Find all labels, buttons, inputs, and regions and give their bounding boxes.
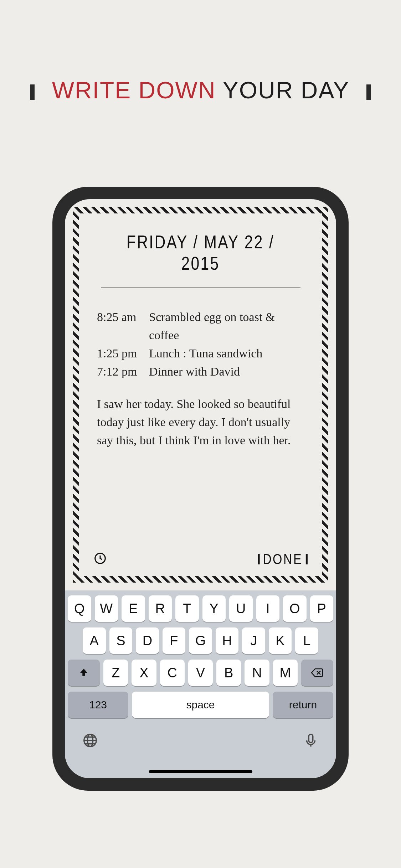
journal-area: FRIDAY / MAY 22 / 2015 8:25 am Scrambled… [65, 199, 336, 590]
entry-text: Scrambled egg on toast & coffee [149, 308, 304, 344]
key-v[interactable]: V [188, 660, 213, 686]
globe-icon[interactable] [82, 732, 98, 750]
phone-frame: FRIDAY / MAY 22 / 2015 8:25 am Scrambled… [52, 187, 349, 791]
key-e[interactable]: E [122, 595, 145, 622]
keyboard-row-1: Q W E R T Y U I O P [68, 595, 333, 622]
keyboard: Q W E R T Y U I O P A S D F G [65, 590, 336, 778]
key-w[interactable]: W [95, 595, 118, 622]
keyboard-row-4: 123 space return [68, 692, 333, 718]
key-n[interactable]: N [245, 660, 269, 686]
entry-text: Lunch : Tuna sandwich [149, 344, 262, 362]
done-label: DONE [263, 551, 303, 567]
journal-entries: 8:25 am Scrambled egg on toast & coffee … [93, 308, 308, 381]
journal-date: FRIDAY / MAY 22 / 2015 [113, 231, 288, 274]
key-l[interactable]: L [295, 627, 318, 654]
key-h[interactable]: H [216, 627, 239, 654]
key-space[interactable]: space [132, 692, 269, 718]
clock-icon[interactable] [93, 552, 107, 567]
key-q[interactable]: Q [68, 595, 91, 622]
key-o[interactable]: O [283, 595, 307, 622]
headline-bar-left [30, 84, 35, 100]
done-button[interactable]: DONE [258, 551, 308, 567]
key-x[interactable]: X [132, 660, 156, 686]
key-backspace[interactable] [301, 660, 333, 686]
key-c[interactable]: C [160, 660, 185, 686]
journal-paper[interactable]: FRIDAY / MAY 22 / 2015 8:25 am Scrambled… [79, 213, 322, 576]
key-y[interactable]: Y [202, 595, 226, 622]
key-z[interactable]: Z [103, 660, 128, 686]
shift-icon [78, 667, 89, 678]
key-return[interactable]: return [273, 692, 333, 718]
entry-time: 8:25 am [97, 308, 143, 344]
keyboard-row-3: Z X C V B N M [68, 660, 333, 686]
key-j[interactable]: J [242, 627, 265, 654]
journal-entry: 7:12 pm Dinner with David [97, 362, 304, 381]
journal-entry: 8:25 am Scrambled egg on toast & coffee [97, 308, 304, 344]
journal-rule [101, 288, 300, 288]
key-r[interactable]: R [149, 595, 172, 622]
marketing-headline: WRITE DOWN YOUR DAY [0, 77, 401, 104]
phone-screen: FRIDAY / MAY 22 / 2015 8:25 am Scrambled… [65, 199, 336, 778]
journal-entry: 1:25 pm Lunch : Tuna sandwich [97, 344, 304, 362]
key-f[interactable]: F [163, 627, 186, 654]
headline-red: WRITE DOWN [52, 77, 216, 103]
key-p[interactable]: P [310, 595, 334, 622]
key-s[interactable]: S [109, 627, 133, 654]
entry-text: Dinner with David [149, 362, 240, 381]
entry-time: 7:12 pm [97, 362, 143, 381]
key-numbers[interactable]: 123 [68, 692, 128, 718]
key-g[interactable]: G [189, 627, 212, 654]
journal-border: FRIDAY / MAY 22 / 2015 8:25 am Scrambled… [73, 207, 328, 583]
key-k[interactable]: K [269, 627, 292, 654]
key-shift[interactable] [68, 660, 100, 686]
done-tick-left [258, 554, 260, 564]
key-d[interactable]: D [136, 627, 159, 654]
journal-footer: DONE [93, 549, 308, 569]
mic-icon[interactable] [303, 732, 319, 750]
journal-paragraph: I saw her today. She looked so beautiful… [93, 395, 308, 449]
home-indicator[interactable] [149, 770, 252, 773]
key-u[interactable]: U [229, 595, 253, 622]
headline-black: YOUR DAY [223, 77, 349, 103]
entry-time: 1:25 pm [97, 344, 143, 362]
key-t[interactable]: T [175, 595, 199, 622]
key-i[interactable]: I [256, 595, 280, 622]
key-a[interactable]: A [83, 627, 106, 654]
done-tick-right [306, 554, 308, 564]
backspace-icon [311, 668, 324, 678]
headline-bar-right [366, 84, 371, 100]
key-b[interactable]: B [216, 660, 241, 686]
key-m[interactable]: M [273, 660, 298, 686]
svg-rect-3 [309, 734, 313, 743]
keyboard-row-2: A S D F G H J K L [68, 627, 333, 654]
